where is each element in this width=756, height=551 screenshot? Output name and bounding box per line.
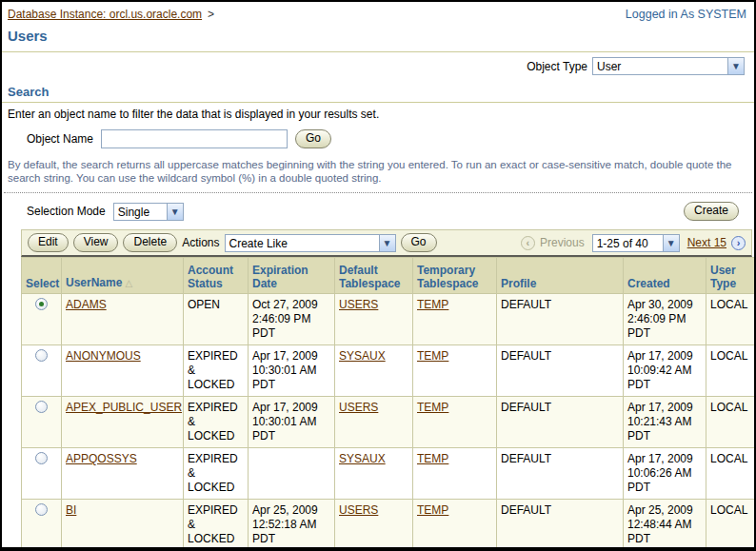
select-cell [22, 345, 62, 397]
previous-label: Previous [540, 236, 585, 249]
actions-value: Create Like [226, 235, 379, 251]
view-button[interactable]: View [73, 233, 119, 252]
expiration-date-cell: Apr 25, 2009 12:52:18 AM PDT [249, 500, 335, 551]
username-link[interactable]: APPQOSSYS [66, 452, 137, 465]
object-type-select[interactable]: User ▼ [592, 57, 745, 75]
default-tablespace-link[interactable]: SYSAUX [339, 452, 386, 465]
users-page: { "header": { "breadcrumb": "Database In… [0, 0, 756, 551]
username-link[interactable]: APEX_PUBLIC_USER [66, 401, 182, 414]
temporary-tablespace-link[interactable]: TEMP [417, 452, 448, 465]
next-link[interactable]: Next 15 [687, 236, 726, 249]
created-cell: Apr 17, 2009 10:06:26 AM PDT [624, 448, 706, 500]
username-cell: ADAMS [62, 294, 184, 345]
expiration-date-cell [249, 448, 335, 500]
select-cell [22, 397, 62, 448]
table-header-row: Select UserName△ Account Status Expirati… [22, 258, 755, 294]
create-button[interactable]: Create [684, 202, 739, 221]
object-name-row: Object Name Go [2, 125, 754, 154]
temporary-tablespace-link[interactable]: TEMP [417, 401, 448, 414]
account-status-cell: EXPIRED & LOCKED [184, 500, 249, 551]
top-bar: Database Instance: orcl.us.oracle.com> L… [2, 2, 754, 21]
default-tablespace-link[interactable]: USERS [339, 401, 378, 414]
profile-cell: DEFAULT [497, 500, 624, 551]
edit-button[interactable]: Edit [28, 233, 69, 252]
column-header-profile: Profile [497, 258, 624, 294]
row-select-radio[interactable] [35, 349, 48, 362]
username-cell: BI [62, 500, 184, 551]
created-cell: Apr 30, 2009 2:46:09 PM PDT [624, 294, 706, 345]
profile-cell: DEFAULT [497, 345, 624, 397]
temporary-tablespace-cell: TEMP [413, 448, 497, 500]
default-tablespace-cell: SYSAUX [335, 345, 413, 397]
account-status-cell: EXPIRED & LOCKED [184, 397, 249, 448]
breadcrumb-link-database-instance[interactable]: Database Instance: orcl.us.oracle.com [8, 8, 202, 21]
username-link[interactable]: ANONYMOUS [66, 349, 141, 363]
column-header-user-type: User Type [706, 258, 755, 294]
search-section-heading: Search [2, 77, 754, 103]
default-tablespace-link[interactable]: USERS [339, 298, 378, 311]
temporary-tablespace-link[interactable]: TEMP [417, 503, 448, 517]
next-page-icon[interactable]: › [731, 236, 746, 250]
column-header-temporary-tablespace: Temporary Tablespace [413, 258, 497, 294]
object-name-label: Object Name [27, 132, 93, 146]
profile-cell: DEFAULT [497, 294, 624, 345]
search-instruction: Enter an object name to filter the data … [2, 103, 754, 125]
default-tablespace-link[interactable]: SYSAUX [339, 349, 386, 363]
temporary-tablespace-link[interactable]: TEMP [417, 298, 448, 311]
default-tablespace-cell: USERS [335, 500, 413, 551]
object-name-input[interactable] [101, 129, 288, 148]
table-row: APEX_PUBLIC_USEREXPIRED & LOCKEDApr 17, … [22, 397, 755, 448]
column-header-username[interactable]: UserName△ [62, 258, 184, 294]
actions-label: Actions [182, 236, 219, 249]
temporary-tablespace-cell: TEMP [413, 345, 497, 397]
table-row: BIEXPIRED & LOCKEDApr 25, 2009 12:52:18 … [22, 500, 755, 551]
temporary-tablespace-cell: TEMP [413, 294, 497, 345]
object-type-value: User [593, 58, 727, 74]
delete-button[interactable]: Delete [123, 233, 177, 252]
actions-select[interactable]: Create Like ▼ [225, 234, 396, 252]
record-range-value: 1-25 of 40 [593, 235, 663, 251]
user-type-cell: LOCAL [706, 345, 755, 397]
row-select-radio[interactable] [35, 401, 48, 413]
table-row: ADAMSOPENOct 27, 2009 2:46:09 PM PDTUSER… [22, 294, 755, 345]
actions-go-button[interactable]: Go [401, 233, 437, 252]
selection-mode-value: Single [114, 204, 167, 220]
username-header-label: UserName [66, 276, 122, 289]
temporary-tablespace-link[interactable]: TEMP [417, 349, 448, 363]
created-cell: Apr 17, 2009 10:09:42 AM PDT [624, 345, 706, 397]
expiration-date-cell: Apr 17, 2009 10:30:01 AM PDT [249, 397, 335, 448]
object-type-row: Object Type User ▼ [2, 52, 754, 77]
account-status-cell: OPEN [184, 294, 249, 345]
account-status-cell: EXPIRED & LOCKED [184, 345, 249, 397]
default-tablespace-cell: SYSAUX [335, 448, 413, 500]
user-type-cell: LOCAL [706, 294, 755, 345]
sort-ascending-icon: △ [125, 278, 132, 288]
username-link[interactable]: ADAMS [66, 298, 107, 311]
row-select-radio[interactable] [35, 298, 48, 310]
search-go-button[interactable]: Go [295, 129, 331, 148]
breadcrumb: Database Instance: orcl.us.oracle.com> [8, 8, 214, 21]
row-select-radio[interactable] [35, 452, 48, 464]
username-cell: ANONYMOUS [62, 345, 184, 397]
chevron-down-icon: ▼ [663, 235, 679, 251]
column-header-default-tablespace: Default Tablespace [335, 258, 413, 294]
record-range-select[interactable]: 1-25 of 40 ▼ [592, 234, 680, 252]
row-select-radio[interactable] [35, 503, 48, 516]
user-type-cell: LOCAL [706, 448, 755, 500]
username-link[interactable]: BI [66, 503, 76, 517]
default-tablespace-link[interactable]: USERS [339, 503, 378, 517]
users-table-body: ADAMSOPENOct 27, 2009 2:46:09 PM PDTUSER… [22, 294, 755, 551]
previous-page-icon: ‹ [521, 236, 535, 250]
user-type-cell: LOCAL [706, 500, 755, 551]
expiration-date-cell: Oct 27, 2009 2:46:09 PM PDT [249, 294, 335, 345]
selection-mode-select[interactable]: Single ▼ [113, 203, 184, 221]
username-cell: APEX_PUBLIC_USER [62, 397, 184, 448]
select-cell [22, 294, 62, 345]
column-header-account-status: Account Status [184, 258, 249, 294]
table-toolbar: Edit View Delete Actions Create Like ▼ G… [21, 229, 752, 257]
chevron-down-icon: ▼ [379, 235, 395, 251]
created-cell: Apr 25, 2009 12:48:44 AM PDT [624, 500, 706, 551]
search-hint-text: By default, the search returns all upper… [2, 154, 754, 190]
created-cell: Apr 17, 2009 10:21:43 AM PDT [624, 397, 706, 448]
selection-mode-row: Selection Mode Single ▼ Create [2, 193, 754, 226]
